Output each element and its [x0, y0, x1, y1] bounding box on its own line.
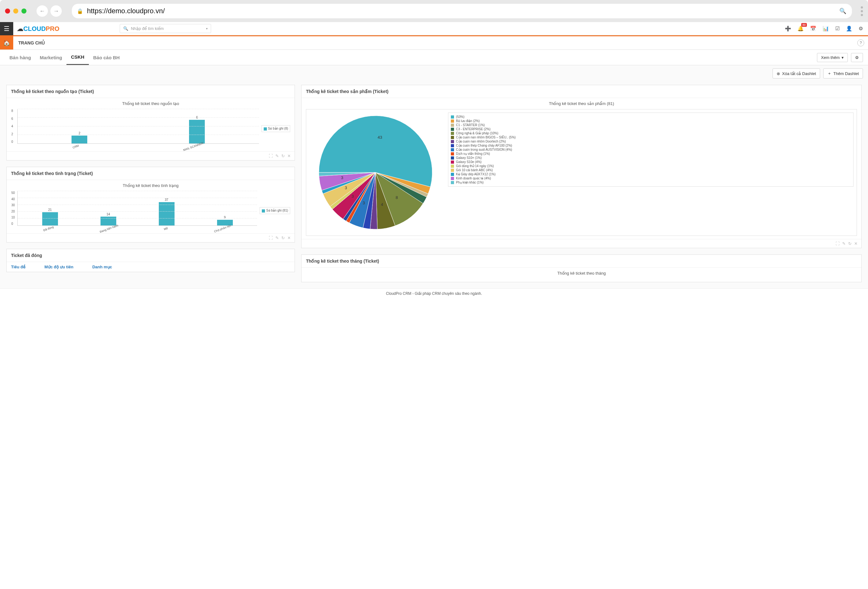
- pie-slice-label: 8: [396, 195, 398, 200]
- browser-back-button[interactable]: ←: [37, 5, 48, 17]
- legend-item[interactable]: Kinh doanh quốc tế (4%): [451, 176, 851, 181]
- pie-slice-label: 3: [345, 185, 347, 190]
- pie-legend: (53%)Bộ lưu điện (2%)C1 - STARTER (1%)C3…: [448, 112, 853, 186]
- refresh-icon[interactable]: ↻: [848, 241, 852, 246]
- caret-down-icon: ▾: [841, 55, 844, 60]
- gear-icon[interactable]: ⚙: [859, 25, 863, 31]
- expand-icon[interactable]: ⛶: [269, 235, 273, 240]
- pie-slice-label: 43: [378, 135, 382, 140]
- chart-title: Thống kê ticket theo tình trạng: [11, 183, 290, 188]
- expand-icon[interactable]: ⛶: [269, 154, 273, 158]
- bar: 37: [157, 198, 176, 225]
- home-dashboard-icon[interactable]: 🏠: [0, 36, 13, 49]
- legend-item[interactable]: Gói 10 cái bánh ABC (4%): [451, 168, 851, 172]
- remove-all-dashlet-button[interactable]: ⊗Xóa tất cả Dashlet: [772, 68, 820, 78]
- notification-badge: 80: [801, 23, 807, 27]
- dashlet-body: Thống kê ticket theo tháng: [301, 268, 861, 282]
- bar-chart-source: 86420 26 CRMMAIL SCANNER Số bản ghi (8): [11, 109, 290, 148]
- dashlet-actions-row: ⊗Xóa tất cả Dashlet ＋Thêm Dashlet: [0, 65, 868, 82]
- tab-ban-hang[interactable]: Bán hàng: [5, 50, 35, 65]
- legend-item[interactable]: Cửa cuốn nan nhôm Doortech (2%): [451, 139, 851, 144]
- browser-menu-icon[interactable]: [861, 6, 863, 16]
- chart-title: Thống kê ticket theo tháng: [306, 271, 857, 275]
- legend-item[interactable]: (53%): [451, 115, 851, 119]
- edit-icon[interactable]: ✎: [275, 235, 279, 240]
- notification-bell-icon[interactable]: 🔔80: [797, 25, 804, 31]
- col-priority[interactable]: Mức độ ưu tiên: [44, 265, 74, 269]
- chart-title: Thống kê ticket theo sản phẩm (81): [306, 101, 857, 106]
- chart-icon[interactable]: 📊: [823, 25, 829, 31]
- search-icon[interactable]: 🔍: [839, 7, 846, 15]
- bar-chart-plot: 50403020100 2114379: [17, 191, 257, 226]
- legend-item[interactable]: Cửa cuốn trong suốt AUSTVISION (4%): [451, 148, 851, 152]
- pie-slice-label: 3: [363, 201, 365, 205]
- close-icon[interactable]: ✕: [854, 241, 858, 246]
- tab-bao-cao-bh[interactable]: Báo cáo BH: [89, 50, 124, 65]
- col-title[interactable]: Tiêu đề: [11, 265, 25, 269]
- dashboard-col-left: Thống kê ticket theo nguồn tạo (Ticket) …: [6, 85, 295, 282]
- close-icon[interactable]: ✕: [287, 154, 291, 158]
- hamburger-menu-icon[interactable]: ☰: [0, 22, 13, 35]
- edit-icon[interactable]: ✎: [842, 241, 846, 246]
- legend-item[interactable]: Công nghệ & Giải pháp (10%): [451, 131, 851, 135]
- search-placeholder: Nhập để tìm kiếm: [131, 26, 164, 31]
- close-icon[interactable]: ✕: [287, 235, 291, 240]
- edit-icon[interactable]: ✎: [275, 154, 279, 158]
- bar: 6: [187, 116, 207, 144]
- help-icon[interactable]: ?: [857, 39, 864, 46]
- pie-chart: 43843333 (53%)Bộ lưu điện (2%)C1 - START…: [306, 109, 857, 236]
- window-minimize-icon[interactable]: [13, 9, 18, 13]
- chart-legend: Số bản ghi (8): [261, 125, 291, 132]
- legend-item[interactable]: Gói dùng thử 14 ngày (1%): [451, 164, 851, 168]
- legend-item[interactable]: C3 - ENTERPRISE (2%): [451, 127, 851, 131]
- col-category[interactable]: Danh mục: [92, 265, 112, 269]
- gear-icon: ⚙: [855, 55, 859, 60]
- add-dashlet-button[interactable]: ＋Thêm Dashlet: [823, 68, 863, 78]
- window-close-icon[interactable]: [5, 9, 10, 13]
- url-text: https://demo.cloudpro.vn/: [87, 7, 165, 15]
- y-axis: 86420: [11, 109, 13, 144]
- bar: 14: [99, 213, 118, 225]
- legend-item[interactable]: Kệ Giày dép AEKTX12 (1%): [451, 172, 851, 176]
- dashlet-ticket-by-product: Thống kê ticket theo sản phẩm (Ticket) T…: [301, 85, 862, 248]
- browser-chrome: ← → 🔒 https://demo.cloudpro.vn/ 🔍: [0, 0, 868, 22]
- chevron-down-icon[interactable]: ▾: [206, 27, 208, 30]
- tabs-row: Bán hàng Marketing CSKH Báo cáo BH Xem t…: [0, 50, 868, 65]
- bar: 9: [216, 216, 235, 225]
- table-headers: Tiêu đề Mức độ ưu tiên Danh mục: [7, 262, 295, 272]
- logo[interactable]: ☁CLOUDPRO: [13, 25, 63, 33]
- legend-item[interactable]: Phụ kiện khác (1%): [451, 181, 851, 185]
- legend-item[interactable]: Dịch vụ viễn thông (1%): [451, 152, 851, 156]
- legend-item[interactable]: Cửa cuốn nan nhôm BIGOS – SIÊU.. (5%): [451, 135, 851, 139]
- task-check-icon[interactable]: ☑: [835, 25, 840, 31]
- add-icon[interactable]: ➕: [785, 25, 791, 31]
- dashlet-body: Thống kê ticket theo nguồn tạo 86420 26 …: [7, 98, 295, 151]
- tab-settings-button[interactable]: ⚙: [851, 53, 863, 62]
- url-bar[interactable]: 🔒 https://demo.cloudpro.vn/ 🔍: [72, 4, 852, 18]
- legend-item[interactable]: Bộ lưu điện (2%): [451, 119, 851, 123]
- calendar-icon[interactable]: 📅: [810, 25, 816, 31]
- dashlet-ticket-by-status: Thống kê ticket theo tình trạng (Ticket)…: [6, 167, 295, 243]
- expand-icon[interactable]: ⛶: [836, 241, 840, 246]
- window-maximize-icon[interactable]: [21, 9, 27, 13]
- app-header: ☰ ☁CLOUDPRO 🔍 Nhập để tìm kiếm ▾ ➕ 🔔80 📅…: [0, 22, 868, 35]
- dashboard: Thống kê ticket theo nguồn tạo (Ticket) …: [0, 82, 868, 289]
- legend-item[interactable]: C1 - STARTER (1%): [451, 123, 851, 127]
- dashlet-footer: ⛶ ✎ ↻ ✕: [301, 239, 861, 248]
- y-axis: 50403020100: [11, 191, 15, 225]
- tab-cskh[interactable]: CSKH: [66, 50, 89, 65]
- chart-title: Thống kê ticket theo nguồn tạo: [11, 101, 290, 106]
- refresh-icon[interactable]: ↻: [281, 235, 285, 240]
- legend-item[interactable]: Cửa cuốn thép Chống cháy AF100 (2%): [451, 144, 851, 148]
- legend-item[interactable]: Galaxy S10+ (1%): [451, 156, 851, 160]
- logo-cloud-icon: ☁: [17, 25, 23, 32]
- browser-forward-button[interactable]: →: [50, 5, 62, 17]
- tab-marketing[interactable]: Marketing: [35, 50, 66, 65]
- user-icon[interactable]: 👤: [846, 25, 852, 31]
- refresh-icon[interactable]: ↻: [281, 154, 285, 158]
- view-more-button[interactable]: Xem thêm ▾: [817, 53, 848, 62]
- legend-item[interactable]: Galaxy S10e (4%): [451, 160, 851, 164]
- global-search-input[interactable]: 🔍 Nhập để tìm kiếm ▾: [120, 24, 211, 33]
- footer-text: CloudPro CRM - Giải pháp CRM chuyên sâu …: [0, 289, 868, 298]
- dashlet-footer: ⛶ ✎ ↻ ✕: [7, 151, 295, 160]
